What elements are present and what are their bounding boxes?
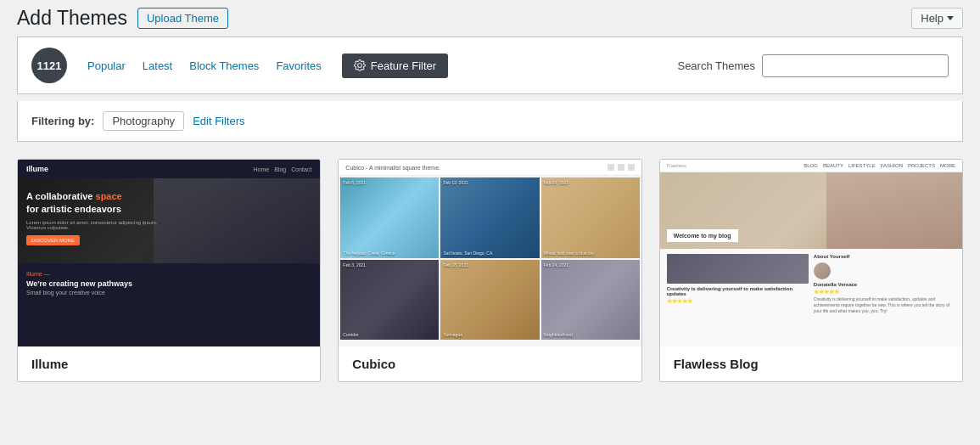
filtering-bar: Filtering by: Photography Edit Filters [17, 101, 963, 142]
filter-tag-photography: Photography [103, 111, 184, 131]
flawless-avatar [814, 262, 831, 279]
flawless-post-image-1 [667, 254, 809, 284]
feature-filter-button[interactable]: Feature Filter [342, 54, 448, 78]
illume-header: Illume Home Blog Contact [18, 160, 320, 178]
nav-popular[interactable]: Popular [81, 56, 132, 76]
search-label: Search Themes [677, 59, 755, 72]
flawless-post-1: Creativity is delivering yourself to mak… [667, 254, 809, 303]
filtering-by-label: Filtering by: [31, 115, 94, 127]
cubico-logo: Cubico - A minimalist square theme. [345, 165, 440, 171]
top-left: Add Themes Upload Theme [17, 7, 228, 30]
cubico-cell-6: Feb 24, 2021 Neighbourhood [541, 260, 640, 341]
theme-name-illume: Illume [18, 346, 320, 381]
nav-block-themes[interactable]: Block Themes [182, 56, 266, 76]
cubico-cell-2: Feb 12, 2021 Sail boats, San Diego, CA. [440, 177, 539, 258]
flawless-sidebar: About Yourself Donatella Versace ⭐⭐⭐⭐⭐ C… [814, 254, 955, 314]
cubico-grid: Feb 5, 2021 The Aegean, Crete, Greece Fe… [339, 176, 641, 341]
upload-theme-button[interactable]: Upload Theme [137, 8, 228, 29]
illume-cta: DISCOVER MORE [26, 235, 80, 245]
feature-filter-label: Feature Filter [371, 59, 436, 72]
theme-preview-flawless: Flawless BLOG BEAUTY LIFESTYLE FASHION P… [660, 160, 962, 346]
flawless-nav: BLOG BEAUTY LIFESTYLE FASHION PROJECTS M… [804, 163, 955, 168]
filter-nav: Popular Latest Block Themes Favorites [81, 56, 328, 76]
flawless-portrait-image [826, 172, 962, 249]
illume-headline: A collaborative spacefor artistic endeav… [26, 190, 183, 217]
theme-name-flawless-blog: Flawless Blog [660, 346, 962, 381]
illume-hero: A collaborative spacefor artistic endeav… [18, 178, 320, 263]
flawless-hero-text: Welcome to my blog [667, 229, 738, 242]
cubico-cell-1: Feb 5, 2021 The Aegean, Crete, Greece [340, 177, 439, 258]
theme-card-cubico[interactable]: Cubico - A minimalist square theme. Feb … [338, 159, 641, 382]
illume-subtext: Lorem ipsum dolor sit amet, consectetur … [26, 220, 311, 230]
illume-section2: Illume — We're creating new pathways Sma… [18, 263, 320, 302]
cubico-header: Cubico - A minimalist square theme. [339, 160, 641, 176]
theme-count-badge: 1121 [31, 48, 67, 83]
illume-logo: Illume [26, 165, 48, 173]
flawless-hero: Welcome to my blog [660, 172, 962, 249]
nav-favorites[interactable]: Favorites [269, 56, 328, 76]
illume-nav: Home Blog Contact [254, 166, 312, 172]
main-container: 1121 Popular Latest Block Themes Favorit… [17, 37, 963, 382]
cubico-cell-4: Feb 3, 2021 Corridor [340, 260, 439, 341]
filter-bar: 1121 Popular Latest Block Themes Favorit… [17, 37, 963, 94]
edit-filters-button[interactable]: Edit Filters [193, 115, 244, 127]
theme-card-flawless-blog[interactable]: Flawless BLOG BEAUTY LIFESTYLE FASHION P… [659, 159, 963, 382]
search-area: Search Themes [677, 54, 949, 77]
top-bar: Add Themes Upload Theme Help [0, 0, 980, 37]
cubico-icon-3 [628, 164, 635, 171]
chevron-down-icon [947, 16, 954, 20]
cubico-icon-2 [618, 164, 624, 171]
theme-name-cubico: Cubico [339, 346, 641, 381]
flawless-header: Flawless BLOG BEAUTY LIFESTYLE FASHION P… [660, 160, 962, 172]
page-title: Add Themes [17, 7, 127, 30]
cubico-icon-1 [608, 164, 614, 171]
search-input[interactable] [762, 54, 949, 77]
cubico-icons [608, 164, 635, 171]
help-button[interactable]: Help [911, 8, 963, 29]
gear-icon [354, 59, 366, 71]
theme-card-illume[interactable]: Illume Home Blog Contact A collaborative… [17, 159, 321, 382]
flawless-posts: Creativity is delivering yourself to mak… [667, 254, 809, 314]
theme-preview-illume: Illume Home Blog Contact A collaborative… [18, 160, 320, 346]
flawless-content: Creativity is delivering yourself to mak… [660, 249, 962, 319]
nav-latest[interactable]: Latest [136, 56, 179, 76]
cubico-cell-3: Feb 16, 2021 Wheat field over a blue sky [541, 177, 640, 258]
themes-grid: Illume Home Blog Contact A collaborative… [17, 159, 963, 382]
theme-preview-cubico: Cubico - A minimalist square theme. Feb … [339, 160, 641, 346]
cubico-cell-5: Feb 18, 2021 Yurinagua [440, 260, 539, 341]
